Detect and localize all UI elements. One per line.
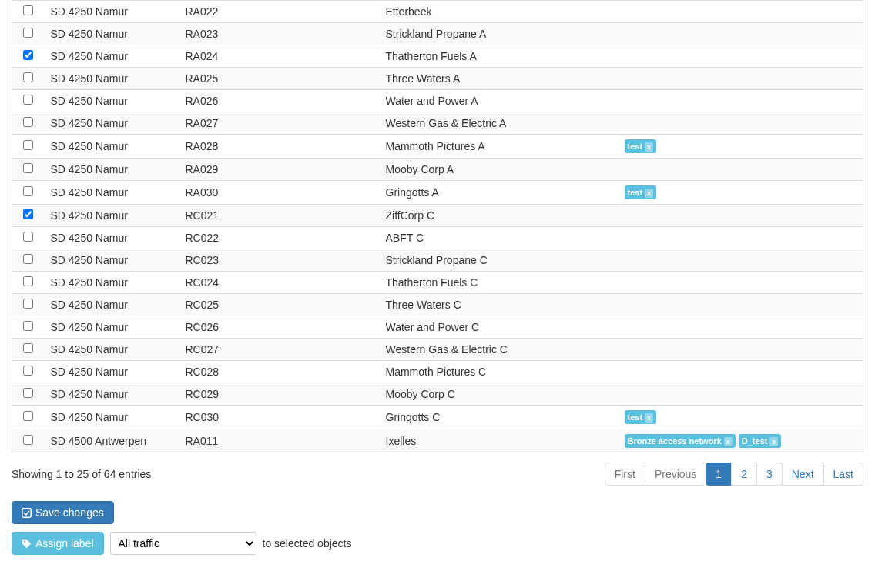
assign-label-button[interactable]: Assign label [12, 532, 104, 555]
row-tags [619, 68, 863, 90]
row-company: Western Gas & Electric A [380, 112, 619, 135]
table-row: SD 4250 NamurRC022ABFT C [12, 227, 863, 249]
page-last-button[interactable]: Last [823, 463, 863, 486]
table-row: SD 4250 NamurRA023Strickland Propane A [12, 23, 863, 45]
row-name: SD 4250 Namur [45, 249, 179, 272]
row-checkbox[interactable] [23, 321, 33, 331]
row-company: Etterbeek [380, 1, 619, 23]
row-checkbox[interactable] [23, 411, 33, 421]
page-number-button[interactable]: 2 [731, 463, 757, 486]
tag-icon [22, 539, 32, 549]
row-name: SD 4250 Namur [45, 159, 179, 181]
label-select[interactable]: All traffic [110, 532, 256, 555]
table-row: SD 4250 NamurRC030Gringotts Ctestx [12, 406, 863, 429]
row-company: Mooby Corp A [380, 159, 619, 181]
tag-remove-icon[interactable]: x [645, 413, 653, 423]
row-company: Ixelles [380, 429, 619, 453]
row-company: Thatherton Fuels C [380, 272, 619, 294]
row-tags: testx [619, 135, 863, 159]
tag-badge: D_testx [739, 434, 782, 448]
row-tags [619, 205, 863, 227]
row-checkbox[interactable] [23, 276, 33, 286]
row-checkbox[interactable] [23, 254, 33, 264]
row-company: Mammoth Pictures A [380, 135, 619, 159]
row-code: RC022 [179, 227, 380, 249]
row-code: RA030 [179, 181, 380, 205]
tag-text: test [628, 413, 643, 422]
table-row: SD 4250 NamurRA026Water and Power A [12, 90, 863, 112]
table-row: SD 4250 NamurRC021ZiffCorp C [12, 205, 863, 227]
row-code: RC021 [179, 205, 380, 227]
row-checkbox[interactable] [23, 299, 33, 309]
row-company: Gringotts A [380, 181, 619, 205]
row-code: RA025 [179, 68, 380, 90]
row-company: Water and Power C [380, 316, 619, 339]
tag-remove-icon[interactable]: x [645, 189, 653, 198]
svg-point-1 [24, 540, 25, 542]
tag-remove-icon[interactable]: x [769, 437, 778, 446]
row-checkbox[interactable] [23, 435, 33, 445]
tag-text: test [628, 188, 643, 197]
row-checkbox[interactable] [23, 140, 33, 150]
row-company: Mooby Corp C [380, 383, 619, 406]
page-previous-button[interactable]: Previous [645, 463, 706, 486]
row-company: Mammoth Pictures C [380, 361, 619, 383]
row-code: RC030 [179, 406, 380, 429]
table-info-text: Showing 1 to 25 of 64 entries [12, 468, 151, 480]
save-changes-button[interactable]: Save changes [12, 501, 114, 524]
row-code: RC029 [179, 383, 380, 406]
row-checkbox[interactable] [23, 117, 33, 127]
row-company: Western Gas & Electric C [380, 339, 619, 361]
row-code: RA029 [179, 159, 380, 181]
row-tags [619, 227, 863, 249]
row-name: SD 4250 Namur [45, 227, 179, 249]
row-name: SD 4250 Namur [45, 23, 179, 45]
row-code: RA027 [179, 112, 380, 135]
row-name: SD 4250 Namur [45, 135, 179, 159]
row-name: SD 4250 Namur [45, 406, 179, 429]
row-checkbox[interactable] [23, 186, 33, 196]
row-company: Strickland Propane C [380, 249, 619, 272]
tag-badge: testx [625, 410, 657, 424]
row-name: SD 4250 Namur [45, 205, 179, 227]
row-tags [619, 339, 863, 361]
row-checkbox[interactable] [23, 5, 33, 15]
row-code: RC024 [179, 272, 380, 294]
row-checkbox[interactable] [23, 95, 33, 105]
table-row: SD 4250 NamurRC028Mammoth Pictures C [12, 361, 863, 383]
row-code: RC026 [179, 316, 380, 339]
page-number-button[interactable]: 3 [756, 463, 783, 486]
tag-remove-icon[interactable]: x [724, 437, 733, 446]
data-table: SD 4250 NamurRA022EtterbeekSD 4250 Namur… [12, 0, 863, 453]
row-tags [619, 45, 863, 68]
page-first-button[interactable]: First [605, 463, 645, 486]
row-tags: testx [619, 406, 863, 429]
row-checkbox[interactable] [23, 72, 33, 82]
row-tags [619, 249, 863, 272]
pagination: First Previous 123 Next Last [605, 463, 863, 486]
table-row: SD 4250 NamurRC029Mooby Corp C [12, 383, 863, 406]
row-company: Gringotts C [380, 406, 619, 429]
row-checkbox[interactable] [23, 209, 33, 219]
row-company: ABFT C [380, 227, 619, 249]
row-code: RA026 [179, 90, 380, 112]
row-tags [619, 90, 863, 112]
table-row: SD 4250 NamurRA029Mooby Corp A [12, 159, 863, 181]
page-number-button[interactable]: 1 [706, 463, 732, 486]
row-checkbox[interactable] [23, 50, 33, 60]
row-tags: testx [619, 181, 863, 205]
row-code: RC028 [179, 361, 380, 383]
row-checkbox[interactable] [23, 28, 33, 38]
table-row: SD 4250 NamurRC025Three Waters C [12, 294, 863, 316]
row-checkbox[interactable] [23, 163, 33, 173]
tag-text: Bronze access network [628, 436, 722, 446]
row-checkbox[interactable] [23, 232, 33, 242]
row-checkbox[interactable] [23, 388, 33, 398]
page-next-button[interactable]: Next [782, 463, 824, 486]
row-company: Water and Power A [380, 90, 619, 112]
row-name: SD 4250 Namur [45, 316, 179, 339]
row-checkbox[interactable] [23, 343, 33, 353]
row-checkbox[interactable] [23, 366, 33, 376]
row-code: RA011 [179, 429, 380, 453]
tag-remove-icon[interactable]: x [645, 142, 653, 152]
